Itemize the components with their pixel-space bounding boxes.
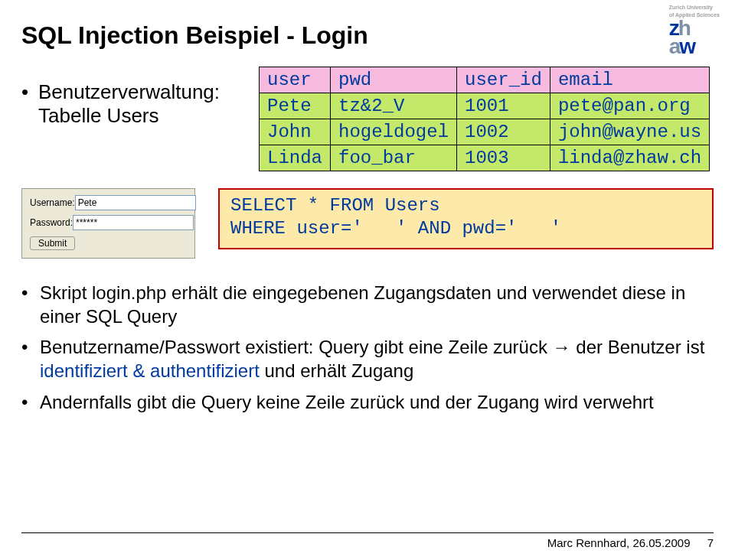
table-row: Linda foo_bar 1003 linda@zhaw.ch bbox=[260, 145, 710, 171]
password-label: Password: bbox=[30, 217, 73, 228]
username-label: Username: bbox=[30, 197, 75, 208]
users-table: user pwd user_id email Pete tz&2_V 1001 … bbox=[259, 67, 710, 171]
submit-button[interactable]: Submit bbox=[30, 236, 75, 250]
university-logo: Zurich University of Applied Sciences zh… bbox=[669, 5, 720, 56]
col-pwd: pwd bbox=[331, 67, 457, 93]
table-header-row: user pwd user_id email bbox=[260, 67, 710, 93]
footer-author-date: Marc Rennhard, 26.05.2009 bbox=[547, 536, 691, 549]
sql-query-box: SELECT * FROM Users WHERE user=' ' AND p… bbox=[218, 188, 714, 249]
bullet-item: Benutzername/Passwort existiert: Query g… bbox=[21, 336, 714, 383]
table-row: John hogeldogel 1002 john@wayne.us bbox=[260, 119, 710, 145]
explanation-list: Skript login.php erhält die eingegebenen… bbox=[21, 282, 714, 415]
logo-tagline-1: Zurich University bbox=[669, 5, 720, 11]
col-email: email bbox=[550, 67, 709, 93]
table-row: Pete tz&2_V 1001 pete@pan.org bbox=[260, 93, 710, 119]
slide-footer: Marc Rennhard, 26.05.2009 7 bbox=[21, 532, 714, 549]
col-user: user bbox=[260, 67, 331, 93]
col-userid: user_id bbox=[457, 67, 550, 93]
bullet-item: Andernfalls gibt die Query keine Zeile z… bbox=[21, 391, 714, 415]
logo-mark: zh aw bbox=[669, 19, 720, 56]
intro-list: Benutzerverwaltung: Tabelle Users bbox=[21, 80, 251, 131]
bullet-item: Skript login.php erhält die eingegebenen… bbox=[21, 282, 714, 328]
slide-title: SQL Injection Beispiel - Login bbox=[21, 21, 714, 50]
password-input[interactable] bbox=[73, 215, 194, 230]
login-form: Username: Password: Submit bbox=[21, 188, 195, 259]
intro-line-1: Benutzerverwaltung: Tabelle Users bbox=[21, 80, 251, 128]
footer-page-number: 7 bbox=[707, 536, 714, 549]
username-input[interactable] bbox=[75, 195, 196, 210]
